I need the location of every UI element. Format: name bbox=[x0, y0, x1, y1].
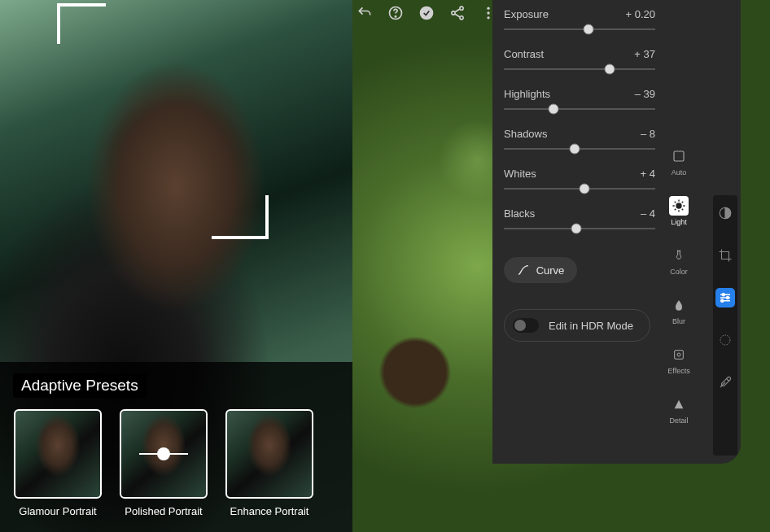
rail-label: Auto bbox=[672, 168, 687, 177]
rail-color[interactable]: Color bbox=[669, 246, 689, 276]
slider-value: – 4 bbox=[641, 207, 655, 220]
svg-point-12 bbox=[677, 353, 680, 356]
rail-auto[interactable]: Auto bbox=[669, 146, 689, 177]
slider-track[interactable] bbox=[504, 24, 655, 35]
svg-rect-9 bbox=[674, 151, 684, 161]
slider-highlights[interactable]: Highlights – 39 bbox=[504, 88, 655, 115]
preset-thumb bbox=[120, 409, 208, 499]
svg-point-8 bbox=[487, 16, 489, 19]
slider-label: Shadows bbox=[504, 128, 547, 140]
tools-rail bbox=[713, 195, 737, 456]
slider-track[interactable] bbox=[504, 143, 655, 155]
blur-icon bbox=[669, 295, 689, 315]
rail-label: Light bbox=[671, 218, 687, 226]
slider-label: Exposure bbox=[504, 8, 549, 20]
svg-point-6 bbox=[487, 7, 489, 10]
presets-title: Adaptive Presets bbox=[13, 373, 147, 398]
slider-value: – 8 bbox=[641, 128, 655, 140]
slider-contrast[interactable]: Contrast + 37 bbox=[504, 48, 655, 75]
slider-value: + 37 bbox=[634, 48, 655, 60]
adjust-tool-icon[interactable] bbox=[715, 288, 735, 307]
preset-label: Glamour Portrait bbox=[19, 505, 96, 517]
slider-value: + 4 bbox=[641, 168, 655, 180]
check-icon[interactable] bbox=[418, 5, 435, 24]
svg-point-7 bbox=[487, 11, 489, 14]
preset-glamour-portrait[interactable]: Glamour Portrait bbox=[13, 409, 103, 517]
svg-point-4 bbox=[452, 11, 455, 15]
preset-row: Glamour Portrait Polished Portrait Enhan… bbox=[13, 409, 339, 517]
svg-point-17 bbox=[720, 335, 730, 345]
svg-point-2 bbox=[420, 7, 434, 20]
slider-track[interactable] bbox=[504, 103, 655, 115]
slider-exposure[interactable]: Exposure + 0.20 bbox=[504, 8, 655, 35]
rail-label: Effects bbox=[667, 367, 689, 375]
undo-icon[interactable] bbox=[357, 5, 373, 24]
svg-point-1 bbox=[395, 16, 396, 17]
light-panel: Exposure + 0.20 Contrast + 37 Highlights… bbox=[492, 0, 741, 464]
focus-bracket-top-left bbox=[57, 3, 106, 44]
slider-label: Whites bbox=[504, 168, 536, 180]
slider-shadows[interactable]: Shadows – 8 bbox=[504, 128, 655, 155]
crop-tool-icon[interactable] bbox=[715, 246, 735, 265]
effects-icon bbox=[669, 345, 689, 364]
svg-point-15 bbox=[727, 297, 729, 299]
edit-categories-rail: Auto Light Color Blur Effects bbox=[663, 146, 695, 425]
svg-point-16 bbox=[721, 299, 724, 302]
color-icon bbox=[669, 246, 689, 265]
preset-thumb bbox=[14, 409, 102, 499]
adaptive-presets-panel: Adaptive Presets Glamour Portrait Polish… bbox=[0, 362, 352, 532]
slider-track[interactable] bbox=[504, 63, 655, 75]
light-icon bbox=[669, 196, 689, 216]
rail-blur[interactable]: Blur bbox=[669, 295, 689, 325]
adjustment-indicator-icon bbox=[139, 453, 188, 455]
focus-bracket-bottom-right bbox=[212, 195, 269, 239]
share-icon[interactable] bbox=[449, 5, 466, 24]
contrast-tool-icon[interactable] bbox=[715, 203, 735, 223]
slider-track[interactable] bbox=[504, 183, 655, 194]
curve-icon bbox=[517, 264, 530, 277]
preset-polished-portrait[interactable]: Polished Portrait bbox=[119, 409, 208, 517]
eyedropper-tool-icon[interactable] bbox=[715, 373, 735, 392]
portrait-preview: Adaptive Presets Glamour Portrait Polish… bbox=[0, 0, 352, 532]
slider-whites[interactable]: Whites + 4 bbox=[504, 168, 655, 194]
slider-value: – 39 bbox=[635, 88, 655, 100]
curve-button[interactable]: Curve bbox=[504, 257, 577, 283]
rail-detail[interactable]: Detail bbox=[669, 395, 689, 425]
sliders-column: Exposure + 0.20 Contrast + 37 Highlights… bbox=[504, 8, 655, 342]
help-icon[interactable] bbox=[387, 5, 404, 24]
slider-label: Contrast bbox=[504, 48, 544, 60]
rail-effects[interactable]: Effects bbox=[667, 345, 689, 375]
hdr-label: Edit in HDR Mode bbox=[549, 320, 633, 332]
slider-label: Blacks bbox=[504, 207, 535, 220]
slider-value: + 0.20 bbox=[625, 8, 655, 20]
topbar bbox=[357, 5, 497, 24]
slider-track[interactable] bbox=[504, 223, 655, 234]
rail-label: Color bbox=[670, 268, 688, 276]
auto-icon bbox=[669, 146, 689, 166]
detail-icon bbox=[669, 395, 689, 414]
preset-label: Enhance Portrait bbox=[230, 505, 309, 517]
healing-tool-icon[interactable] bbox=[715, 330, 735, 350]
hdr-mode-row[interactable]: Edit in HDR Mode bbox=[504, 309, 650, 342]
rail-label: Blur bbox=[672, 317, 685, 325]
svg-rect-11 bbox=[675, 351, 684, 360]
preset-enhance-portrait[interactable]: Enhance Portrait bbox=[225, 409, 314, 517]
rail-label: Detail bbox=[669, 416, 688, 425]
svg-point-14 bbox=[722, 294, 724, 296]
hdr-toggle[interactable] bbox=[513, 318, 539, 333]
slider-blacks[interactable]: Blacks – 4 bbox=[504, 207, 655, 234]
curve-button-label: Curve bbox=[536, 264, 565, 277]
preset-thumb bbox=[225, 409, 313, 499]
rail-light[interactable]: Light bbox=[669, 196, 689, 226]
slider-label: Highlights bbox=[504, 88, 550, 100]
svg-point-5 bbox=[460, 16, 463, 20]
svg-point-10 bbox=[676, 203, 681, 208]
svg-point-3 bbox=[460, 7, 463, 10]
preset-label: Polished Portrait bbox=[125, 505, 202, 517]
